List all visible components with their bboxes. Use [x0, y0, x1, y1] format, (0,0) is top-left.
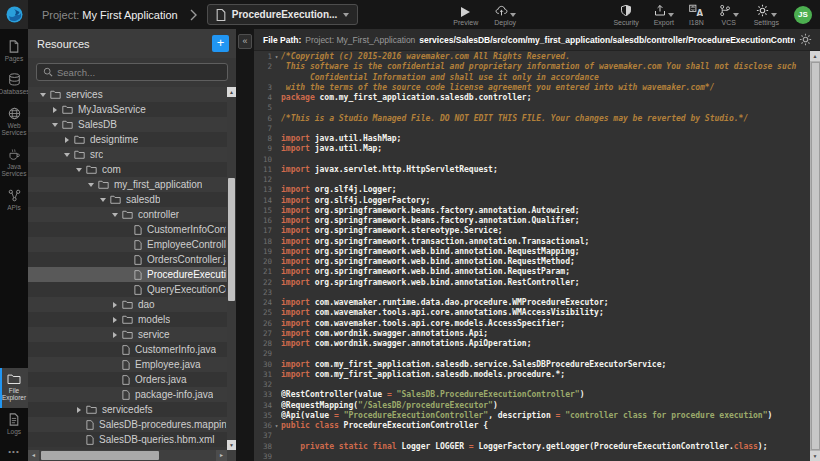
editor-scroll-thumb[interactable]: [811, 62, 820, 450]
caret-right-icon[interactable]: [113, 302, 117, 308]
tree-item-employeecontroller-java[interactable]: EmployeeController.java: [28, 237, 236, 252]
code-line: 2 This software is the confidential and …: [254, 62, 810, 72]
tree-item-controller[interactable]: controller: [28, 207, 236, 222]
collapse-panel-button[interactable]: «: [238, 34, 252, 49]
tree-item-salesdb[interactable]: SalesDB: [28, 117, 236, 132]
scroll-down-arrow[interactable]: ▼: [227, 440, 236, 450]
fold-gutter: [272, 226, 281, 236]
scroll-up-arrow[interactable]: ▲: [810, 51, 820, 61]
tree-item-customerinfo-java[interactable]: CustomerInfo.java: [28, 342, 236, 357]
caret-right-icon[interactable]: [77, 407, 81, 413]
fold-caret-icon[interactable]: ▾: [272, 421, 281, 431]
sidebar-item-pages[interactable]: Pages: [0, 35, 28, 68]
sidebar-item-label: Pages: [5, 55, 23, 62]
code-editor[interactable]: 1▾/*Copyright (c) 2015-2016 wavemaker.co…: [254, 51, 810, 461]
tree-item-dao[interactable]: dao: [28, 297, 236, 312]
settings-button[interactable]: Settings: [754, 4, 779, 26]
tree-item-com[interactable]: com: [28, 162, 236, 177]
tree-item-orders-java[interactable]: Orders.java: [28, 372, 236, 387]
caret-down-icon[interactable]: [52, 123, 58, 127]
sidebar-item-label: APIs: [7, 204, 21, 211]
tree-item-customerinfocontroller-java[interactable]: CustomerInfoController.java: [28, 222, 236, 237]
sidebar-item-web-services[interactable]: Web Services: [0, 102, 28, 143]
code-line: 27import com.wordnik.swagger.annotations…: [254, 329, 810, 339]
caret-down-icon[interactable]: [76, 168, 82, 172]
caret-down-icon[interactable]: [112, 213, 118, 217]
sidebar-more-button[interactable]: •••: [0, 441, 28, 461]
export-button[interactable]: Export: [654, 4, 674, 26]
sidebar-item-apis[interactable]: APIs: [0, 184, 28, 217]
caret-down-icon[interactable]: [88, 183, 94, 187]
fold-caret-icon[interactable]: ▾: [272, 52, 281, 62]
code-text: [281, 452, 810, 461]
tree-item-package-info-java[interactable]: package-info.java: [28, 387, 236, 402]
i18n-button[interactable]: A I18N: [689, 4, 704, 26]
tree-item-salesdb-queries-hbm-xml[interactable]: SalesDB-queries.hbm.xml: [28, 432, 236, 447]
line-number: 15: [254, 206, 272, 216]
tree-vscroll-thumb[interactable]: [228, 178, 235, 301]
code-line: 35@Api(value = "ProcedureExecutionContro…: [254, 411, 810, 421]
code-line: 29: [254, 349, 810, 359]
add-resource-button[interactable]: +: [212, 35, 229, 52]
caret-down-icon[interactable]: [40, 93, 46, 97]
filepath-project: Project: My_First_Application: [305, 35, 415, 45]
tree-item-salesdb[interactable]: salesdb: [28, 192, 236, 207]
tree-item-service[interactable]: service: [28, 327, 236, 342]
user-avatar[interactable]: JS: [794, 6, 812, 24]
caret-right-icon[interactable]: [65, 137, 69, 143]
vcs-button[interactable]: VCS: [719, 4, 739, 26]
sidebar-item-databases[interactable]: Databases: [0, 68, 28, 101]
tree-item-salesdb-procedures-mappings-json[interactable]: SalesDB-procedures.mappings.json: [28, 417, 236, 432]
caret-down-icon[interactable]: [64, 153, 70, 157]
scroll-up-arrow[interactable]: ▲: [227, 87, 236, 97]
line-number: 36: [254, 421, 272, 431]
fold-gutter: [272, 360, 281, 370]
wavemaker-logo[interactable]: [0, 0, 28, 29]
tree-item-servicedefs[interactable]: servicedefs: [28, 402, 236, 417]
tree-item-models[interactable]: models: [28, 312, 236, 327]
code-text: [281, 288, 810, 298]
scroll-down-arrow[interactable]: ▼: [810, 451, 820, 461]
caret-right-icon[interactable]: [53, 107, 57, 113]
security-button[interactable]: Security: [613, 4, 638, 26]
tree-item-label: ProcedureExecutionController.java: [147, 269, 226, 280]
tree-item-orderscontroller-java[interactable]: OrdersController.java: [28, 252, 236, 267]
folder-icon: [50, 90, 61, 99]
caret-down-icon[interactable]: [100, 198, 106, 202]
tree-item-label: service: [138, 329, 170, 340]
open-file-dropdown[interactable]: ProcedureExecution...: [207, 4, 359, 25]
preview-button[interactable]: Preview: [453, 4, 478, 26]
tree-item-queryexecutioncontroller-java[interactable]: QueryExecutionController.java: [28, 282, 236, 297]
branch-icon: [719, 4, 731, 17]
tree-item-label: QueryExecutionController.java: [147, 284, 226, 295]
editor-settings-button[interactable]: [799, 33, 812, 46]
sidebar-item-file-explorer[interactable]: File Explorer: [0, 368, 28, 408]
code-line: 25import com.wavemaker.tools.api.core.an…: [254, 308, 810, 318]
pages-icon: [8, 40, 20, 53]
fold-gutter: [272, 185, 281, 195]
code-text: import com.wavemaker.tools.api.core.mode…: [281, 319, 810, 329]
fold-gutter: [272, 452, 281, 461]
code-line: 22import org.springframework.web.bind.an…: [254, 278, 810, 288]
deploy-button[interactable]: Deploy: [494, 4, 516, 26]
fold-gutter: [272, 165, 281, 175]
caret-right-icon[interactable]: [113, 332, 117, 338]
tree-item-label: CustomerInfo.java: [135, 344, 216, 355]
search-input[interactable]: [57, 67, 221, 78]
tree-item-services[interactable]: services: [28, 87, 236, 102]
code-line: 33@RestController(value = "SalesDB.Proce…: [254, 390, 810, 400]
tree-item-designtime[interactable]: designtime: [28, 132, 236, 147]
tree-item-my-first-application[interactable]: my_first_application: [28, 177, 236, 192]
sidebar-item-java-services[interactable]: Java Services: [0, 143, 28, 184]
scroll-left-arrow[interactable]: ◂: [28, 450, 39, 461]
project-label: Project:: [42, 9, 79, 21]
tree-item-src[interactable]: src: [28, 147, 236, 162]
tree-item-myjavaservice[interactable]: MyJavaService: [28, 102, 236, 117]
tree-item-employee-java[interactable]: Employee.java: [28, 357, 236, 372]
sidebar-item-logs[interactable]: Logs: [0, 408, 28, 441]
tree-hscroll-thumb[interactable]: [41, 451, 159, 460]
scroll-right-arrow[interactable]: ▸: [216, 450, 227, 461]
caret-right-icon[interactable]: [113, 317, 117, 323]
tree-item-procedureexecutioncontroller-java[interactable]: ProcedureExecutionController.java: [28, 267, 236, 282]
editor-scrollbar: ▲ ▼: [810, 51, 820, 461]
